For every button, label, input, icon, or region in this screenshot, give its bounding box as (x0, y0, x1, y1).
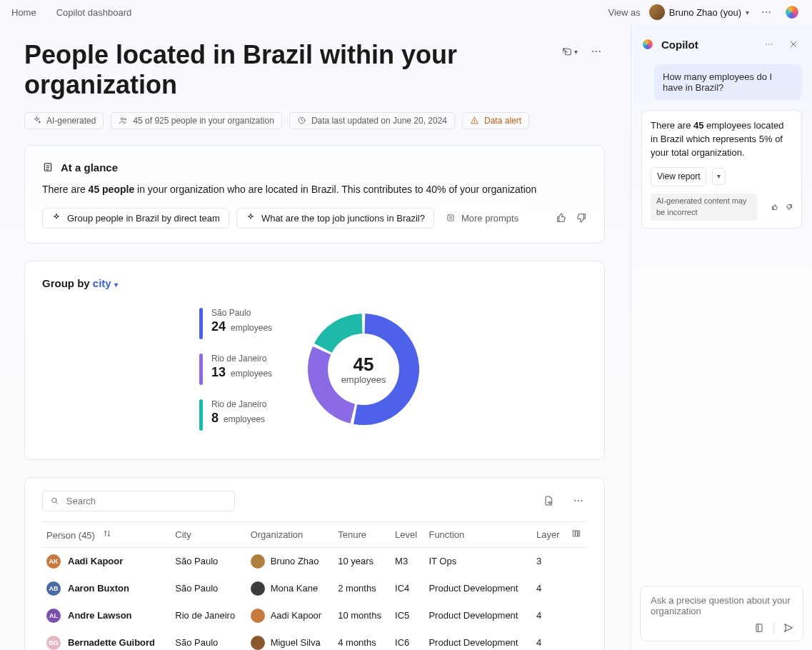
svg-point-16 (581, 500, 583, 501)
cell-level: M3 (391, 547, 424, 575)
more-menu-button[interactable] (758, 4, 775, 21)
cell-func: Product Development (424, 629, 532, 650)
donut-center-label: employees (341, 374, 386, 385)
svg-rect-17 (573, 531, 575, 536)
legend-swatch (199, 354, 203, 385)
chevron-down-icon: ▾ (717, 171, 721, 182)
copilot-input[interactable] (640, 586, 803, 641)
copilot-more-button[interactable] (761, 36, 778, 53)
thumbs-up-icon[interactable] (556, 212, 567, 224)
svg-rect-23 (756, 624, 762, 632)
svg-rect-19 (578, 531, 579, 536)
col-org[interactable]: Organization (246, 521, 334, 547)
person-name: Andre Lawson (68, 610, 132, 621)
thumbs-down-icon[interactable] (786, 202, 793, 212)
svg-point-15 (578, 500, 579, 501)
svg-point-14 (574, 500, 576, 501)
avatar (251, 581, 265, 596)
file-lock-icon (543, 495, 554, 506)
group-by-label: Group by (42, 277, 93, 289)
data-alert-badge[interactable]: Data alert (462, 112, 529, 129)
person-name: Bernadette Guibord (68, 637, 155, 648)
view-report-dropdown[interactable]: ▾ (712, 168, 726, 186)
person-name: Aaron Buxton (68, 583, 129, 594)
page-more-button[interactable] (588, 43, 605, 60)
avatar: BG (46, 636, 61, 650)
group-by-card: Group by city ▾ São Paulo 24 employees (24, 261, 605, 460)
top-bar: Home Copilot dashboard View as Bruno Zha… (0, 0, 812, 24)
col-city[interactable]: City (171, 521, 246, 547)
search-input[interactable] (42, 491, 235, 511)
notebook-icon[interactable] (753, 622, 765, 634)
avatar (251, 554, 265, 569)
send-icon[interactable] (783, 622, 794, 634)
cell-org: Aadi Kapoor (271, 610, 322, 621)
avatar (251, 609, 265, 623)
table-row[interactable]: BGBernadette GuibordSão PauloMiguel Silv… (42, 629, 587, 650)
prompt-chip-group-by-team[interactable]: Group people in Brazil by direct team (42, 208, 229, 229)
view-as-label: View as (608, 7, 641, 18)
group-by-selector[interactable]: city ▾ (93, 277, 118, 289)
search-icon (50, 496, 59, 506)
more-prompts-button[interactable]: More prompts (441, 209, 527, 228)
export-button[interactable] (540, 492, 557, 509)
legend-swatch (199, 308, 203, 339)
col-tenure[interactable]: Tenure (334, 521, 391, 547)
chevron-down-icon: ▾ (746, 9, 749, 16)
thumbs-up-icon[interactable] (771, 202, 778, 212)
cell-func: IT Ops (424, 547, 532, 575)
prompt-chip-top-jobs[interactable]: What are the top job junctions in Brazil… (236, 208, 434, 229)
page-title: People located in Brazil within your org… (24, 40, 467, 101)
user-message: How many employees do I have in Brazil? (654, 64, 802, 100)
copilot-textarea[interactable] (649, 594, 794, 622)
at-a-glance-card: At a glance There are 45 people in your … (24, 145, 605, 244)
legend-item[interactable]: Rio de Janeiro 8 employees (199, 399, 272, 431)
search-field[interactable] (65, 495, 227, 507)
cell-org: Mona Kane (271, 583, 319, 594)
col-person[interactable]: Person (45) (42, 521, 171, 547)
main-content: People located in Brazil within your org… (0, 24, 631, 650)
donut-center-value: 45 (354, 354, 374, 376)
cell-tenure: 4 months (334, 629, 391, 650)
breadcrumb-dashboard[interactable]: Copilot dashboard (56, 7, 132, 18)
copilot-launcher-button[interactable] (783, 4, 801, 21)
svg-point-21 (768, 44, 770, 45)
col-func[interactable]: Function (424, 521, 532, 547)
avatar: AB (46, 581, 61, 596)
svg-rect-18 (576, 531, 578, 536)
copilot-close-button[interactable] (785, 36, 802, 53)
sort-icon (102, 529, 112, 539)
people-table: Person (45) City Organization Tenure Lev… (42, 521, 587, 650)
svg-point-1 (766, 11, 767, 13)
donut-chart: 45 employees (304, 309, 423, 429)
clock-icon (297, 116, 306, 125)
table-row[interactable]: AKAadi KapoorSão PauloBruno Zhao10 years… (42, 547, 587, 575)
user-picker[interactable]: Bruno Zhao (you) ▾ (649, 4, 749, 20)
breadcrumb-home[interactable]: Home (11, 7, 36, 18)
svg-point-22 (771, 44, 773, 45)
legend-item[interactable]: São Paulo 24 employees (199, 308, 272, 339)
col-settings[interactable] (567, 521, 587, 547)
svg-point-7 (125, 119, 126, 120)
svg-point-2 (769, 11, 771, 13)
legend-item[interactable]: Rio de Janeiro 13 employees (199, 354, 272, 385)
col-layer[interactable]: Layer (532, 521, 567, 547)
people-table-card: Person (45) City Organization Tenure Lev… (24, 477, 605, 650)
cell-org: Miguel Silva (271, 637, 321, 648)
notes-icon (42, 161, 54, 173)
badge-row: AI-generated 45 of 925 people in your or… (24, 112, 605, 129)
chart-legend: São Paulo 24 employees Rio de Janeiro 13… (199, 308, 272, 431)
cell-tenure: 10 months (334, 602, 391, 629)
cell-layer: 4 (532, 575, 567, 602)
svg-point-12 (52, 499, 56, 503)
share-button[interactable]: ▾ (561, 43, 578, 60)
col-level[interactable]: Level (391, 521, 424, 547)
thumbs-down-icon[interactable] (576, 212, 587, 224)
cell-layer: 3 (532, 547, 567, 575)
view-report-button[interactable]: View report (651, 167, 706, 186)
table-more-button[interactable] (570, 492, 587, 509)
sparkle-icon (246, 213, 256, 223)
at-a-glance-heading: At a glance (61, 161, 118, 174)
table-row[interactable]: ABAaron BuxtonSão PauloMona Kane2 months… (42, 575, 587, 602)
table-row[interactable]: ALAndre LawsonRio de JaneiroAadi Kapoor1… (42, 602, 587, 629)
